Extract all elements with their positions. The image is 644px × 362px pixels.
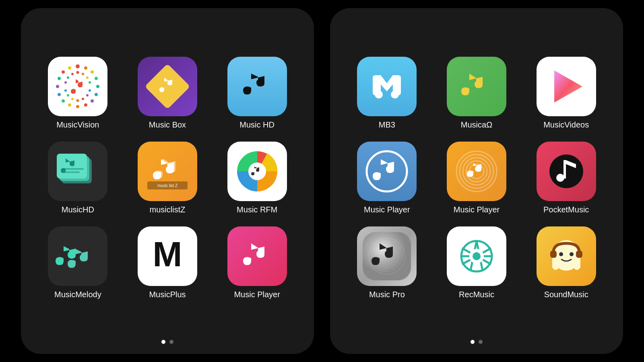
svg-point-25 [71, 98, 74, 100]
svg-point-5 [96, 85, 99, 88]
svg-point-24 [76, 99, 79, 102]
svg-point-16 [68, 66, 71, 70]
svg-point-22 [86, 94, 89, 97]
svg-point-53 [556, 174, 564, 182]
app-icon-pocketmusic [537, 142, 596, 201]
app-musicplayer-red[interactable]: Music Player [216, 226, 298, 299]
svg-point-30 [71, 73, 74, 75]
app-icon-musicpro [357, 226, 417, 286]
app-label-mb3: MB3 [379, 120, 395, 130]
left-dot-2[interactable] [169, 340, 173, 344]
app-label-musichd-dark: MusicHD [62, 205, 94, 214]
app-label-pocketmusic: PocketMusic [543, 205, 589, 214]
svg-point-10 [68, 103, 71, 107]
svg-point-6 [95, 93, 98, 96]
app-label-musicplayer-orange: Music Player [454, 205, 500, 214]
svg-point-20 [89, 81, 91, 84]
svg-rect-72 [550, 251, 557, 258]
svg-point-15 [62, 70, 65, 74]
left-screen: MusicVision Music Box Musi [21, 8, 314, 354]
app-icon-recmusic [447, 226, 506, 286]
app-label-musicmelody: MusicMelody [54, 290, 101, 299]
app-icon-mb3 [357, 57, 417, 116]
svg-point-23 [82, 98, 84, 100]
app-label-musicrfm: Music RFM [237, 205, 277, 214]
svg-point-13 [56, 85, 59, 88]
right-apps-grid: MB3 MusicaΩ [346, 20, 607, 336]
app-label-musicvision: MusicVision [56, 120, 99, 130]
app-label-musichd-blue: Music HD [239, 120, 275, 130]
svg-point-70 [559, 252, 563, 256]
app-icon-musicrfm [227, 142, 287, 201]
app-mb3[interactable]: MB3 [346, 57, 428, 130]
app-musicpro[interactable]: Music Pro [346, 226, 428, 299]
app-musicvideos[interactable]: MusicVideos [525, 57, 607, 130]
app-musicbox[interactable]: Music Box [127, 57, 208, 130]
app-musicplus[interactable]: M MusicPlus [127, 226, 208, 299]
app-musicvision[interactable]: MusicVision [37, 57, 119, 130]
svg-rect-36 [62, 171, 80, 173]
svg-rect-34 [57, 154, 87, 179]
right-dot-2[interactable] [479, 340, 483, 344]
svg-point-26 [67, 94, 69, 97]
app-icon-musicvision [48, 57, 107, 116]
svg-point-18 [82, 73, 84, 75]
app-label-musicplus: MusicPlus [149, 290, 186, 299]
svg-point-43 [391, 90, 399, 99]
app-musicrfm[interactable]: Music RFM [216, 142, 298, 214]
app-icon-musicplayer-blue [357, 142, 417, 201]
app-label-musicplayer-red: Music Player [234, 290, 280, 299]
app-musicplayer-blue[interactable]: Music Player [346, 142, 428, 214]
svg-rect-31 [144, 64, 190, 109]
app-label-musicvideos: MusicVideos [543, 120, 589, 130]
app-musicplayer-orange[interactable]: Music Player [436, 142, 518, 214]
app-icon-musichd-dark [48, 142, 107, 201]
svg-text:M: M [153, 234, 182, 274]
right-dots [471, 340, 483, 344]
svg-point-8 [84, 103, 87, 107]
svg-point-14 [58, 77, 61, 80]
app-icon-soundmusic [537, 226, 596, 286]
app-musiclistz[interactable]: music list Z musiclistZ [127, 142, 208, 214]
app-icon-musicaomega [447, 57, 506, 116]
app-icon-musichd-blue [227, 57, 287, 116]
app-pocketmusic[interactable]: PocketMusic [525, 142, 607, 214]
app-musichd-blue[interactable]: Music HD [216, 57, 298, 130]
svg-point-52 [549, 154, 583, 188]
svg-point-3 [91, 70, 94, 74]
app-musicaomega[interactable]: MusicaΩ [436, 57, 518, 130]
svg-rect-73 [576, 251, 582, 258]
svg-point-71 [570, 252, 574, 256]
app-label-musicbox: Music Box [149, 120, 186, 130]
svg-point-1 [76, 64, 80, 68]
app-label-musicaomega: MusicaΩ [461, 120, 492, 130]
app-icon-musicmelody [48, 226, 107, 286]
app-icon-musicbox [138, 57, 197, 116]
right-dot-1[interactable] [471, 340, 475, 344]
app-label-recmusic: RecMusic [459, 290, 494, 299]
svg-point-11 [62, 99, 65, 103]
svg-point-17 [76, 71, 79, 74]
svg-point-9 [76, 105, 79, 108]
svg-point-67 [473, 252, 481, 260]
app-icon-musicplayer-orange [447, 142, 506, 201]
svg-point-2 [84, 66, 87, 70]
app-musichd-dark[interactable]: MusicHD [37, 142, 119, 214]
svg-point-42 [375, 90, 383, 99]
app-musicmelody[interactable]: MusicMelody [37, 226, 119, 299]
svg-rect-35 [62, 168, 84, 170]
app-soundmusic[interactable]: SoundMusic [525, 226, 607, 299]
app-icon-musicplayer-red [227, 226, 287, 286]
app-icon-musicvideos [537, 57, 596, 116]
app-icon-musicplus: M [138, 226, 197, 286]
svg-rect-54 [564, 160, 566, 179]
svg-point-12 [58, 93, 61, 96]
svg-point-19 [86, 76, 89, 79]
app-recmusic[interactable]: RecMusic [436, 226, 518, 299]
svg-point-29 [67, 76, 69, 79]
svg-text:music list Z: music list Z [157, 183, 178, 188]
svg-point-21 [89, 89, 91, 92]
left-dot-1[interactable] [161, 340, 165, 344]
svg-point-27 [64, 89, 67, 92]
svg-point-7 [91, 99, 94, 103]
